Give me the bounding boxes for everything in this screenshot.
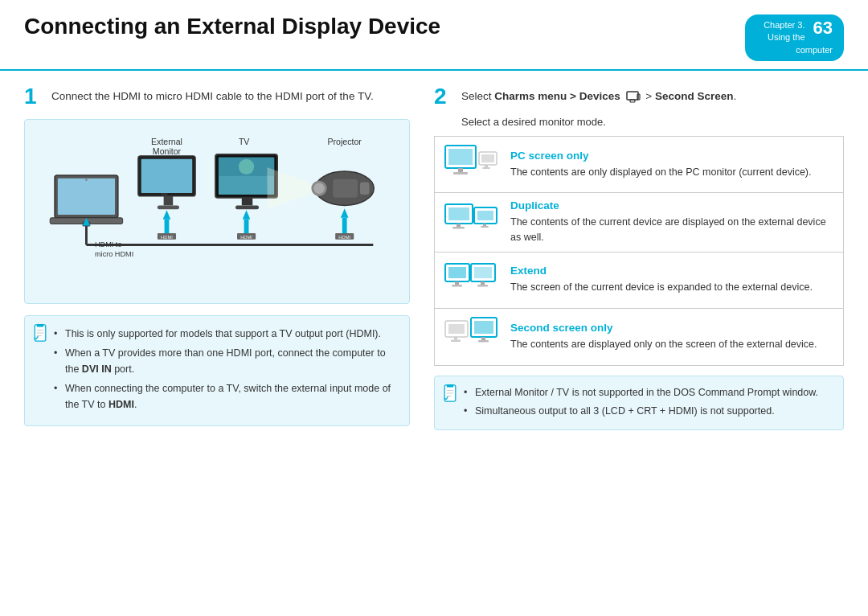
step2-text: Select Charms menu > Devices > Second Sc… — [461, 85, 736, 105]
svg-rect-10 — [164, 196, 174, 206]
svg-rect-22 — [333, 179, 358, 198]
svg-rect-54 — [453, 172, 468, 175]
svg-rect-49 — [630, 100, 635, 102]
svg-rect-23 — [360, 183, 370, 195]
step2-number: 2 — [434, 85, 453, 108]
svg-rect-69 — [455, 281, 459, 285]
devices-icon — [626, 90, 641, 105]
svg-text:Projector: Projector — [328, 138, 362, 147]
left-note-item-3: When connecting the computer to a TV, sw… — [54, 380, 398, 413]
note-icon-left — [31, 324, 49, 342]
second-screen-bold: Second Screen — [655, 90, 734, 102]
svg-rect-26 — [165, 220, 170, 235]
svg-rect-62 — [452, 227, 465, 229]
svg-rect-30 — [342, 218, 347, 233]
mode-title-extend: Extend — [510, 265, 835, 277]
svg-rect-12 — [162, 193, 168, 196]
left-notes-box: This is only supported for models that s… — [24, 315, 410, 426]
hdmi-bold: HDMI — [108, 399, 134, 410]
svg-rect-78 — [451, 339, 461, 342]
left-note-item-2: When a TV provides more than one HDMI po… — [54, 345, 398, 377]
chapter-number: 63 — [813, 19, 833, 37]
step2-header: 2 Select Charms menu > Devices > Second … — [434, 85, 844, 108]
svg-rect-72 — [474, 267, 492, 278]
svg-point-16 — [239, 159, 254, 175]
mode-row-second-screen: Second screen only The contents are disp… — [435, 309, 843, 365]
left-notes-list: This is only supported for models that s… — [54, 326, 398, 413]
svg-rect-56 — [481, 154, 494, 162]
mode-info-pc-screen: PC screen only The contents are only dis… — [510, 150, 835, 180]
mode-desc-second-screen: The contents are displayed only on the s… — [510, 337, 835, 352]
svg-text:External: External — [151, 138, 182, 147]
svg-rect-52 — [448, 149, 473, 165]
step1-header: 1 Connect the HDMI to micro HDMI cable t… — [24, 85, 410, 108]
diagram-svg: External Monitor TV Projector — [33, 133, 401, 295]
svg-rect-64 — [477, 211, 493, 220]
mode-desc-duplicate: The contents of the current device are d… — [510, 215, 835, 245]
mode-row-extend: Extend The screen of the current device … — [435, 253, 843, 309]
svg-rect-60 — [448, 207, 469, 220]
svg-rect-5 — [58, 179, 115, 215]
svg-rect-81 — [481, 337, 485, 340]
svg-text:HDMI to: HDMI to — [95, 241, 121, 249]
svg-point-21 — [313, 183, 324, 194]
svg-rect-61 — [457, 224, 461, 227]
left-note-item-1: This is only supported for models that s… — [54, 326, 398, 342]
step1-text: Connect the HDMI to micro HDMI cable to … — [51, 85, 374, 105]
svg-rect-28 — [244, 220, 249, 235]
svg-text:HDMI: HDMI — [240, 235, 252, 240]
svg-marker-29 — [341, 208, 349, 218]
mode-title-pc-screen: PC screen only — [510, 150, 835, 162]
svg-rect-48 — [627, 92, 638, 100]
mode-info-duplicate: Duplicate The contents of the current de… — [510, 199, 835, 245]
mode-info-second-screen: Second screen only The contents are disp… — [510, 322, 835, 352]
svg-marker-24 — [268, 167, 312, 209]
svg-text:Monitor: Monitor — [153, 146, 182, 156]
modes-table: PC screen only The contents are only dis… — [434, 136, 844, 366]
step2-subtext: Select a desired monitor mode. — [461, 116, 844, 128]
dvi-in-bold: DVI IN — [82, 363, 112, 375]
step1-number: 1 — [24, 85, 43, 108]
mode-desc-extend: The screen of the current device is expa… — [510, 280, 835, 295]
connection-diagram: External Monitor TV Projector — [24, 119, 410, 304]
svg-rect-77 — [454, 337, 457, 340]
svg-point-7 — [85, 179, 88, 181]
svg-rect-66 — [481, 226, 489, 228]
charms-menu-bold: Charms menu > Devices — [494, 90, 620, 102]
right-column: 2 Select Charms menu > Devices > Second … — [434, 85, 844, 616]
mode-info-extend: Extend The screen of the current device … — [510, 265, 835, 295]
mode-title-second-screen: Second screen only — [510, 322, 835, 334]
chapter-box: 63 Chapter 3.Using the computer — [745, 14, 844, 61]
svg-rect-82 — [478, 340, 489, 343]
svg-rect-53 — [458, 168, 463, 172]
svg-marker-25 — [163, 210, 171, 220]
right-note-item-1: External Monitor / TV is not supported i… — [464, 384, 832, 400]
svg-rect-76 — [448, 324, 465, 334]
mode-icon-second-screen — [443, 316, 499, 358]
right-note-item-2: Simultaneous output to all 3 (LCD + CRT … — [464, 403, 832, 419]
svg-rect-65 — [483, 224, 486, 226]
svg-marker-27 — [243, 210, 251, 220]
mode-desc-pc-screen: The contents are only displayed on the P… — [510, 165, 835, 180]
svg-rect-11 — [158, 206, 179, 210]
svg-text:TV: TV — [239, 138, 250, 147]
mode-icon-duplicate — [443, 201, 499, 243]
svg-rect-44 — [37, 324, 43, 326]
svg-text:HDMI: HDMI — [161, 235, 173, 240]
svg-rect-84 — [447, 384, 453, 387]
svg-text:micro HDMI: micro HDMI — [95, 250, 133, 258]
note-icon-right — [441, 384, 459, 402]
svg-rect-74 — [477, 285, 488, 287]
svg-rect-73 — [481, 281, 485, 285]
svg-rect-17 — [242, 198, 252, 206]
mode-icon-pc-screen — [443, 144, 499, 186]
right-notes-box: External Monitor / TV is not supported i… — [434, 376, 844, 430]
svg-rect-58 — [482, 167, 490, 169]
left-column: 1 Connect the HDMI to micro HDMI cable t… — [24, 85, 410, 616]
svg-rect-70 — [452, 285, 462, 287]
svg-text:HDMI: HDMI — [338, 235, 350, 240]
svg-rect-68 — [448, 267, 466, 278]
svg-rect-18 — [235, 206, 259, 210]
svg-rect-57 — [485, 165, 488, 167]
page-header: Connecting an External Display Device 63… — [0, 0, 868, 71]
